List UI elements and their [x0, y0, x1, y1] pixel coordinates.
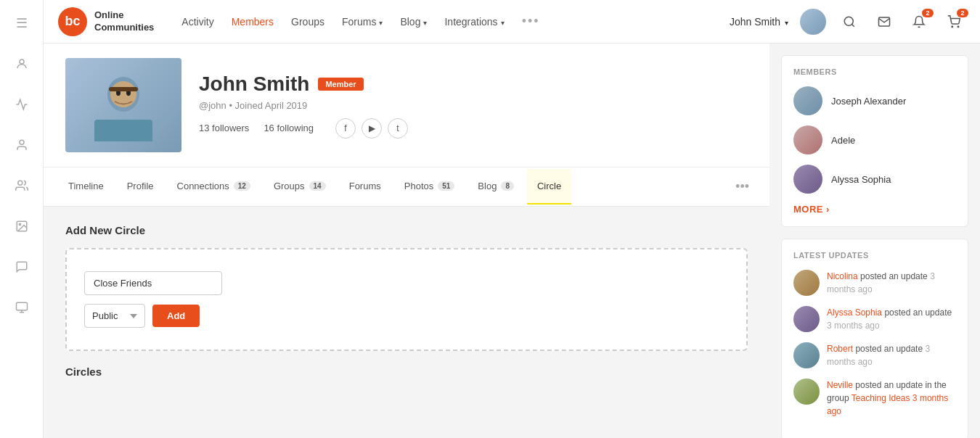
circle-name-input[interactable] — [84, 271, 222, 295]
svg-point-4 — [19, 223, 20, 225]
profile-header: John Smith Member @john • Joined April 2… — [44, 44, 769, 168]
member-name-alyssa: Alyssa Sophia — [831, 174, 891, 185]
photos-count: 51 — [438, 181, 454, 191]
update-item-nicolina: Nicolina posted an update 3 months ago — [793, 270, 956, 296]
update-name-robert[interactable]: Robert — [827, 344, 853, 354]
member-item-joseph[interactable]: Joseph Alexander — [793, 86, 956, 115]
update-name-alyssa[interactable]: Alyssa Sophia — [827, 307, 882, 318]
nav-groups[interactable]: Groups — [291, 16, 324, 28]
nav-more-dots[interactable]: ••• — [522, 14, 540, 29]
messages-button[interactable] — [873, 10, 896, 33]
tab-groups[interactable]: Groups 14 — [264, 169, 336, 204]
nav-links: Activity Members Groups Forums Blog Inte… — [181, 14, 709, 29]
svg-line-9 — [852, 24, 854, 26]
updates-card-title: Latest Updates — [793, 251, 956, 260]
tab-more[interactable]: ••• — [730, 168, 755, 206]
tab-blog[interactable]: Blog 8 — [467, 169, 524, 204]
members-card: Members Joseph Alexander Adele Alyssa So… — [781, 55, 968, 227]
member-avatar-joseph — [793, 86, 822, 115]
left-sidebar: ☰ — [0, 0, 44, 438]
svg-rect-5 — [16, 302, 27, 310]
svg-point-10 — [952, 26, 953, 28]
update-item-alyssa: Alyssa Sophia posted an update 3 months … — [793, 306, 956, 332]
blog-count: 8 — [501, 181, 514, 191]
chat-icon[interactable] — [10, 255, 33, 278]
groups-count: 14 — [309, 181, 326, 191]
nav-blog[interactable]: Blog — [400, 16, 427, 28]
followers-count: 13 followers — [199, 123, 249, 133]
tab-forums[interactable]: Forums — [339, 169, 391, 204]
more-chevron-icon: › — [826, 204, 830, 215]
user-menu[interactable]: John Smith — [730, 16, 788, 28]
youtube-icon[interactable]: ▶ — [362, 118, 382, 139]
nav-right: John Smith 2 2 — [730, 9, 965, 35]
tab-connections[interactable]: Connections 12 — [167, 169, 261, 204]
nav-activity[interactable]: Activity — [181, 16, 213, 28]
svg-rect-13 — [94, 120, 152, 141]
tab-circle[interactable]: Circle — [527, 169, 571, 204]
blog-chevron — [423, 16, 427, 28]
add-circle-button[interactable]: Add — [152, 305, 200, 327]
member-item-alyssa[interactable]: Alyssa Sophia — [793, 165, 956, 194]
add-circle-title: Add New Circle — [65, 224, 748, 236]
user-avatar[interactable] — [800, 9, 826, 35]
tab-timeline[interactable]: Timeline — [58, 169, 114, 204]
cart-badge: 2 — [957, 9, 968, 17]
following-count: 16 following — [264, 123, 314, 133]
visibility-select[interactable]: Public Private Friends — [84, 304, 145, 328]
update-avatar-neville — [793, 379, 820, 405]
profile-main: John Smith Member @john • Joined April 2… — [44, 44, 769, 438]
user-chevron — [785, 16, 788, 28]
add-circle-box: Public Private Friends Add — [65, 248, 748, 351]
logo[interactable]: bc Online Communities — [58, 7, 154, 36]
notifications-button[interactable]: 2 — [907, 10, 931, 33]
circle-section: Add New Circle Public Private Friends Ad… — [44, 207, 769, 395]
menu-icon[interactable]: ☰ — [10, 12, 33, 35]
facebook-icon[interactable]: f — [335, 118, 356, 139]
nav-members[interactable]: Members — [232, 16, 274, 28]
cart-button[interactable]: 2 — [942, 10, 965, 33]
svg-rect-17 — [109, 87, 138, 91]
nav-forums[interactable]: Forums — [342, 16, 383, 28]
update-text-robert: Robert posted an update 3 months ago — [827, 342, 956, 368]
update-avatar-alyssa2 — [793, 306, 820, 332]
activity-icon[interactable] — [10, 93, 33, 116]
main-wrap: bc Online Communities Activity Members G… — [44, 0, 980, 438]
forums-chevron — [379, 16, 383, 28]
member-name-adele: Adele — [831, 135, 855, 146]
logo-text: Online Communities — [94, 9, 154, 34]
svg-point-8 — [844, 17, 853, 25]
social-icons: f ▶ t — [335, 118, 408, 139]
tab-photos[interactable]: Photos 51 — [394, 169, 465, 204]
contacts-icon[interactable] — [10, 133, 33, 157]
content-area: John Smith Member @john • Joined April 2… — [44, 44, 980, 438]
members-more-link[interactable]: MORE › — [793, 204, 956, 215]
update-avatar-robert — [793, 342, 820, 368]
profile-meta: @john • Joined April 2019 — [199, 100, 748, 111]
update-name-nicolina[interactable]: Nicolina — [827, 271, 858, 281]
tab-profile[interactable]: Profile — [117, 169, 164, 204]
member-avatar-alyssa — [793, 165, 822, 194]
member-name-joseph: Joseph Alexander — [831, 96, 906, 107]
updates-card: Latest Updates Nicolina posted an update… — [781, 239, 968, 438]
user-icon[interactable] — [10, 52, 33, 75]
member-avatar-adele — [793, 125, 822, 154]
notif-badge: 2 — [922, 9, 934, 17]
update-name-neville[interactable]: Neville — [827, 380, 853, 390]
svg-point-0 — [20, 59, 24, 64]
update-avatar-nicolina — [793, 270, 820, 296]
group-icon[interactable] — [10, 174, 33, 197]
svg-point-11 — [957, 26, 959, 28]
monitor-icon[interactable] — [10, 296, 33, 319]
member-item-adele[interactable]: Adele — [793, 125, 956, 154]
top-nav: bc Online Communities Activity Members G… — [44, 0, 980, 44]
nav-integrations[interactable]: Integrations — [444, 16, 504, 28]
profile-name: John Smith Member — [199, 73, 748, 96]
profile-info: John Smith Member @john • Joined April 2… — [199, 73, 748, 139]
image-icon[interactable] — [10, 215, 33, 238]
update-text-neville: Neville posted an update in the group Te… — [827, 379, 956, 418]
right-sidebar: Members Joseph Alexander Adele Alyssa So… — [769, 44, 980, 438]
update-text-nicolina: Nicolina posted an update 3 months ago — [827, 270, 956, 296]
search-button[interactable] — [838, 10, 861, 33]
twitter-icon[interactable]: t — [388, 118, 408, 139]
